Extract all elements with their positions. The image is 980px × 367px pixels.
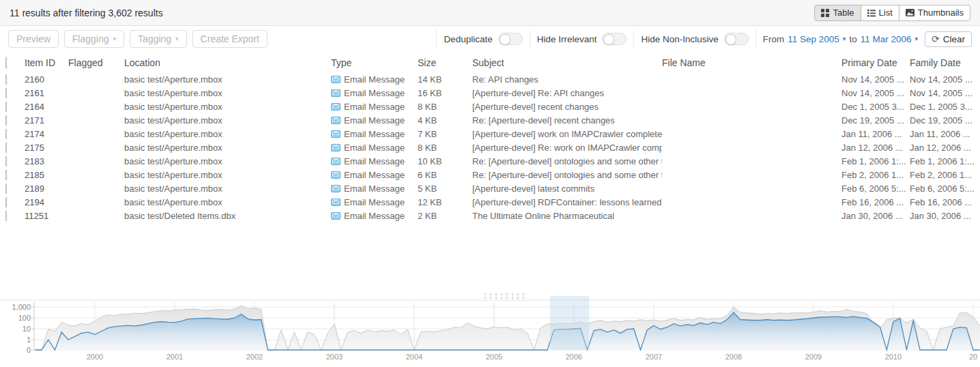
cell-type-label: Email Message: [344, 156, 405, 166]
x-axis-tick-label: 2008: [725, 353, 742, 361]
results-summary: 11 results after filtering 3,602 results: [10, 8, 163, 18]
cell-type-label: Email Message: [344, 115, 405, 126]
email-message-icon: [331, 171, 341, 179]
view-button-label: Table: [833, 8, 854, 18]
to-date-link[interactable]: 11 Mar 2006: [861, 34, 912, 44]
cell-family-date: Feb 6, 2006 5:...: [910, 184, 980, 194]
row-checkbox[interactable]: [5, 88, 7, 98]
cell-location: basic test/Aperture.mbox: [124, 170, 331, 180]
row-checkbox[interactable]: [5, 197, 7, 207]
view-button-list[interactable]: List: [861, 5, 899, 21]
tagging-dropdown-button[interactable]: Tagging▾: [130, 30, 187, 48]
table-row[interactable]: 2164basic test/Aperture.mboxEmail Messag…: [0, 100, 980, 113]
cell-size: 5 KB: [418, 184, 472, 194]
cell-type: Email Message: [331, 129, 418, 139]
column-header-size[interactable]: Size: [418, 57, 472, 68]
column-header-item-id[interactable]: Item ID: [25, 57, 68, 68]
timeline-chart[interactable]: 01101001,0002000200120022003200420052006…: [0, 292, 980, 367]
cell-family-date: Jan 11, 2006 ...: [910, 129, 980, 139]
list-icon: [867, 9, 876, 17]
cell-location: basic test/Aperture.mbox: [124, 74, 331, 85]
cell-type: Email Message: [331, 156, 418, 166]
row-checkbox-cell: [5, 156, 25, 166]
results-bar: 11 results after filtering 3,602 results…: [0, 0, 980, 26]
row-checkbox[interactable]: [5, 211, 7, 221]
from-date-link[interactable]: 11 Sep 2005: [788, 34, 839, 44]
table-row[interactable]: 2174basic test/Aperture.mboxEmail Messag…: [0, 127, 980, 141]
timeline-panel: 01101001,0002000200120022003200420052006…: [0, 292, 980, 367]
hide-irrelevant-toggle[interactable]: [602, 33, 626, 45]
column-header-file-name[interactable]: File Name: [662, 57, 841, 68]
table-row[interactable]: 2183basic test/Aperture.mboxEmail Messag…: [0, 154, 980, 168]
row-checkbox[interactable]: [5, 102, 7, 112]
cell-primary-date: Feb 6, 2006 5:...: [841, 184, 910, 194]
table-row[interactable]: 2175basic test/Aperture.mboxEmail Messag…: [0, 141, 980, 154]
row-checkbox-cell: [5, 74, 25, 85]
table-row[interactable]: 2160basic test/Aperture.mboxEmail Messag…: [0, 72, 980, 86]
row-checkbox[interactable]: [5, 129, 7, 139]
cell-location: basic test/Deleted Items.dbx: [124, 211, 331, 221]
cell-type-label: Email Message: [344, 197, 405, 207]
row-checkbox[interactable]: [5, 143, 7, 153]
table-row[interactable]: 11251basic test/Deleted Items.dbxEmail M…: [0, 209, 980, 222]
timeline-selection-region[interactable]: [550, 296, 589, 350]
column-header-location[interactable]: Location: [124, 57, 331, 68]
hide-non-inclusive-toggle[interactable]: [724, 33, 749, 45]
row-checkbox[interactable]: [5, 184, 7, 194]
cell-location: basic test/Aperture.mbox: [124, 197, 331, 207]
x-axis-tick-label: 2002: [246, 353, 263, 361]
toolbar-filters: Deduplicate Hide Irrelevant Hide Non-Inc…: [436, 30, 972, 48]
view-button-thumbnails[interactable]: Thumbnails: [899, 5, 970, 21]
hide-irrelevant-control: Hide Irrelevant: [537, 33, 627, 45]
cell-family-date: Feb 1, 2006 1:...: [910, 156, 980, 166]
flagging-dropdown-button[interactable]: Flagging▾: [64, 30, 124, 48]
column-header-flagged[interactable]: Flagged: [68, 57, 124, 68]
table-row[interactable]: 2189basic test/Aperture.mboxEmail Messag…: [0, 181, 980, 195]
row-checkbox[interactable]: [5, 74, 7, 85]
clear-date-filter-button[interactable]: ⟳ Clear: [925, 31, 972, 47]
deduplicate-control: Deduplicate: [444, 33, 522, 45]
thumbnails-image-icon: [906, 9, 914, 16]
row-checkbox[interactable]: [5, 170, 7, 180]
row-checkbox[interactable]: [5, 156, 7, 166]
create-export-button[interactable]: Create Export: [192, 30, 268, 48]
email-message-icon: [331, 76, 341, 83]
column-header-family-date[interactable]: Family Date: [910, 57, 980, 68]
chevron-down-icon[interactable]: ▾: [914, 35, 918, 42]
table-row[interactable]: 2171basic test/Aperture.mboxEmail Messag…: [0, 113, 980, 127]
email-message-icon: [331, 185, 341, 192]
column-header-type[interactable]: Type: [331, 57, 418, 68]
cell-item-id: 2185: [25, 170, 68, 180]
to-label: to: [849, 34, 856, 44]
table-row[interactable]: 2194basic test/Aperture.mboxEmail Messag…: [0, 195, 980, 209]
table-row[interactable]: 2161basic test/Aperture.mboxEmail Messag…: [0, 86, 980, 100]
row-checkbox[interactable]: [5, 115, 7, 126]
column-header-subject[interactable]: Subject: [472, 57, 662, 68]
cell-item-id: 2174: [25, 129, 68, 139]
cell-size: 14 KB: [418, 74, 472, 85]
view-button-label: List: [879, 8, 893, 18]
cell-item-id: 2164: [25, 102, 68, 112]
preview-button[interactable]: Preview: [8, 30, 59, 48]
cell-type-label: Email Message: [344, 211, 405, 221]
row-checkbox-cell: [5, 129, 25, 139]
hide-non-inclusive-control: Hide Non-Inclusive: [641, 33, 748, 45]
deduplicate-toggle[interactable]: [498, 33, 523, 45]
cell-location: basic test/Aperture.mbox: [124, 156, 331, 166]
row-checkbox-cell: [5, 115, 25, 126]
cell-size: 8 KB: [418, 102, 472, 112]
date-range-filter: From 11 Sep 2005 ▾ to 11 Mar 2006 ▾: [763, 34, 918, 44]
view-button-table[interactable]: Table: [814, 5, 861, 21]
select-all-checkbox[interactable]: [5, 57, 7, 69]
divider: [530, 30, 530, 48]
hide-irrelevant-label: Hide Irrelevant: [537, 34, 597, 44]
y-axis-tick-label: 100: [18, 314, 31, 322]
row-checkbox-cell: [5, 143, 25, 153]
table-row[interactable]: 2185basic test/Aperture.mboxEmail Messag…: [0, 168, 980, 181]
cell-primary-date: Nov 14, 2005 ...: [841, 88, 910, 98]
chevron-down-icon[interactable]: ▾: [843, 35, 846, 42]
cell-item-id: 2171: [25, 115, 68, 126]
column-header-primary-date[interactable]: Primary Date: [841, 57, 910, 68]
cell-subject: [Aperture-devel] work on IMAPCrawler com…: [472, 129, 662, 139]
y-axis-tick-label: 10: [23, 325, 31, 333]
